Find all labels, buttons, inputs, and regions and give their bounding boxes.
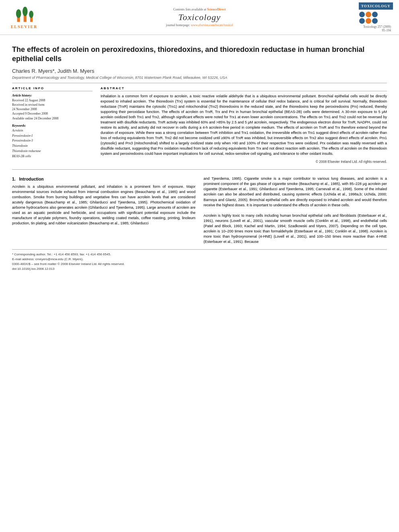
introduction-section: 1. Introduction Acrolein is a ubiquitous…	[12, 176, 387, 244]
header-center: Contents lists available at ScienceDirec…	[40, 8, 359, 27]
abstract-copyright: © 2008 Elsevier Ireland Ltd. All rights …	[101, 160, 387, 164]
homepage-line: journal homepage: www.elsevier.com/locat…	[40, 23, 359, 27]
abstract-text: Inhalation is a common form of exposure …	[101, 94, 387, 157]
intro-right-text-2: Acrolein is highly toxic to many cells i…	[204, 213, 387, 244]
tox-circle	[372, 12, 378, 17]
sciencedirect-line: Contents lists available at ScienceDirec…	[40, 8, 359, 11]
tox-circle	[359, 12, 365, 17]
tox-circles	[359, 11, 383, 24]
keywords-label: Keywords:	[12, 124, 93, 127]
revised-date: 24 November 2008	[12, 107, 93, 111]
tox-badge-label: TOXICOLOGY	[359, 2, 393, 10]
article-info-col: ARTICLE INFO Article history: Received 2…	[12, 86, 93, 164]
revised-form-label: Received in revised form	[12, 103, 93, 107]
keyword-4: Thioredoxin	[12, 144, 93, 149]
sciencedirect-link[interactable]: ScienceDirect	[207, 8, 226, 11]
authors: Charles R. Myers*, Judith M. Myers	[12, 68, 387, 74]
footnote-copyright: 0300-483X/$ – see front matter © 2008 El…	[12, 262, 387, 267]
keyword-2: Peroxiredoxin-1	[12, 134, 93, 139]
tox-circle	[372, 18, 378, 24]
abstract-label: ABSTRACT	[101, 86, 387, 91]
svg-point-5	[29, 11, 33, 18]
intro-heading: 1. Introduction	[12, 176, 195, 182]
keyword-1: Acrolein	[12, 128, 93, 134]
keyword-6: BEAS-2B cells	[12, 154, 93, 159]
footnote-corresponding: * Corresponding author. Tel.: +1 414 456…	[12, 252, 387, 257]
elsevier-tree-icon	[13, 6, 35, 24]
history-label: Article history:	[12, 94, 93, 97]
homepage-url[interactable]: www.elsevier.com/locate/toxicol	[191, 23, 233, 27]
intro-left-col: 1. Introduction Acrolein is a ubiquitous…	[12, 176, 195, 244]
journal-header: ELSEVIER Contents lists available at Sci…	[0, 0, 399, 35]
toxicology-badge: TOXICOLOGY Toxicology 257 (2009) 95–104	[359, 2, 391, 32]
svg-point-1	[16, 9, 21, 18]
elsevier-label: ELSEVIER	[11, 25, 38, 29]
main-content: The effects of acrolein on peroxiredoxin…	[0, 35, 399, 279]
article-title: The effects of acrolein on peroxiredoxin…	[12, 45, 387, 64]
article-info-abstract-section: ARTICLE INFO Article history: Received 2…	[12, 86, 387, 164]
divider-2	[12, 169, 387, 170]
available-date: Available online 24 December 2008	[12, 116, 93, 121]
accepted-date: Accepted 9 December 2008	[12, 111, 93, 116]
homepage-label: journal homepage:	[166, 23, 190, 27]
elsevier-logo: ELSEVIER	[8, 6, 40, 29]
journal-title: Toxicology	[40, 12, 359, 23]
volume-issue: Toxicology 257 (2009) 95–104	[359, 24, 391, 32]
intro-right-text: and Tjeerdema, 1995). Cigarette smoke is…	[204, 176, 387, 207]
section-title: Introduction	[19, 177, 44, 181]
footnote-section: * Corresponding author. Tel.: +1 414 456…	[12, 249, 387, 271]
keyword-5: Thioredoxin reductase	[12, 149, 93, 154]
article-history: Article history: Received 22 August 2008…	[12, 94, 93, 121]
keyword-3: Peroxiredoxin-3	[12, 138, 93, 144]
intro-left-text: Acrolein is a ubiquitous environmental p…	[12, 184, 195, 226]
footnote-doi: doi:10.1016/j.tox.2008.12.013	[12, 267, 387, 271]
article-info-label: ARTICLE INFO	[12, 86, 93, 91]
tox-circle	[359, 18, 365, 24]
keywords-list: Acrolein Peroxiredoxin-1 Peroxiredoxin-3…	[12, 128, 93, 159]
sciencedirect-label: Contents lists available at	[173, 8, 206, 11]
section-number: 1.	[12, 177, 16, 181]
affiliation: Department of Pharmacology and Toxicolog…	[12, 76, 387, 80]
intro-two-col: 1. Introduction Acrolein is a ubiquitous…	[12, 176, 387, 244]
tox-circle	[366, 18, 371, 24]
divider-1	[12, 83, 387, 83]
keywords-group: Keywords: Acrolein Peroxiredoxin-1 Perox…	[12, 124, 93, 159]
abstract-col: ABSTRACT Inhalation is a common form of …	[101, 86, 387, 164]
svg-point-3	[23, 7, 28, 16]
footnote-email: E-mail address: cmeyers@mcw.edu (C.R. My…	[12, 257, 387, 262]
received-date: Received 22 August 2008	[12, 98, 93, 103]
intro-right-col: and Tjeerdema, 1995). Cigarette smoke is…	[204, 176, 387, 244]
tox-circle	[366, 12, 371, 17]
